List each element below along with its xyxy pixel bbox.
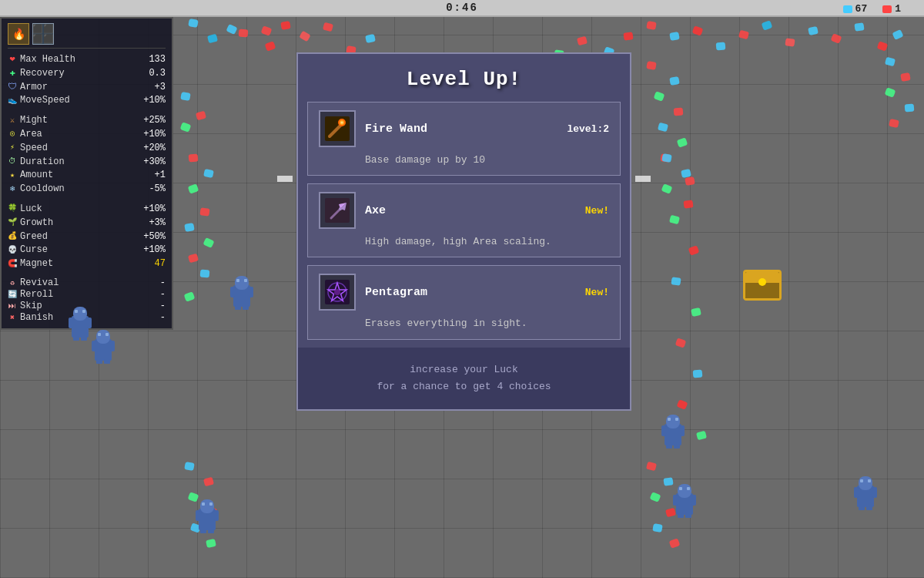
armor-icon: 🛡 <box>8 82 17 92</box>
action-revival-value: - <box>131 277 166 288</box>
axe-badge: New! <box>585 205 609 217</box>
stat-greed-label: Greed <box>20 230 131 244</box>
enemy-2 <box>89 324 118 368</box>
choice-axe-header: Axe New! <box>319 192 609 229</box>
svg-rect-47 <box>866 506 872 510</box>
axe-title: Axe <box>365 204 585 217</box>
stat-max-health-label: Max Health <box>20 53 131 66</box>
svg-rect-15 <box>104 359 110 364</box>
luck-icon: 🍀 <box>8 204 17 213</box>
luck-footer-line2: for a chance to get 4 choices <box>306 378 622 395</box>
stat-movespeed: 👟 MoveSpeed +10% <box>8 94 166 107</box>
curse-icon: 💀 <box>8 246 17 255</box>
stats-icons-row: 🔥 ⬛⬛⬛⬛ <box>8 23 166 49</box>
stat-recovery-value: 0.3 <box>131 67 166 80</box>
stat-speed-value: +20% <box>131 142 166 155</box>
fire-wand-title: Fire Wand <box>365 123 567 136</box>
svg-rect-26 <box>668 418 671 421</box>
stat-max-health-value: 133 <box>131 53 166 66</box>
pentagram-desc: Erases everything in sight. <box>319 317 609 331</box>
svg-rect-38 <box>678 513 684 518</box>
stat-might-label: Might <box>20 114 131 127</box>
choice-fire-wand[interactable]: Fire Wand level:2 Base damage up by 10 <box>307 102 621 176</box>
stat-curse: 💀 Curse +10% <box>8 244 166 257</box>
stat-curse-value: +10% <box>131 244 166 257</box>
treasure-chest <box>743 270 782 301</box>
stat-magnet: 🧲 Magnet 47 <box>8 257 166 271</box>
stat-growth-label: Growth <box>20 217 131 230</box>
svg-rect-54 <box>235 305 241 310</box>
svg-rect-23 <box>208 529 214 533</box>
svg-rect-34 <box>679 487 682 490</box>
stat-recovery: ✚ Recovery 0.3 <box>8 67 166 80</box>
stat-growth: 🌱 Growth +3% <box>8 217 166 230</box>
svg-rect-41 <box>859 476 872 490</box>
enemy-4 <box>658 408 688 452</box>
svg-rect-46 <box>859 506 865 510</box>
stat-cooldown-value: -5% <box>131 183 166 196</box>
svg-rect-37 <box>691 495 696 506</box>
stat-speed: ⚡ Speed +20% <box>8 142 166 155</box>
enemy-6 <box>851 470 880 514</box>
stat-greed: 💰 Greed +50% <box>8 230 166 244</box>
svg-rect-25 <box>666 415 680 428</box>
stat-duration-label: Duration <box>20 156 131 169</box>
svg-rect-53 <box>249 287 253 297</box>
might-icon: ⚔ <box>8 116 17 126</box>
stat-might: ⚔ Might +25% <box>8 114 166 127</box>
stat-greed-value: +50% <box>131 230 166 244</box>
svg-rect-33 <box>678 484 691 498</box>
skip-icon: ⏭ <box>8 301 17 311</box>
enemy-7 <box>227 270 256 314</box>
svg-rect-52 <box>230 287 235 297</box>
stat-area: ◎ Area +10% <box>8 128 166 141</box>
svg-rect-3 <box>82 310 85 313</box>
svg-rect-11 <box>105 333 109 336</box>
svg-rect-10 <box>98 333 101 336</box>
stat-recovery-label: Recovery <box>20 67 131 80</box>
svg-rect-12 <box>92 341 96 351</box>
axe-desc: High damage, high Area scaling. <box>319 235 609 249</box>
svg-point-60 <box>341 122 343 124</box>
fire-wand-desc: Base damage up by 10 <box>319 153 609 167</box>
stat-luck: 🍀 Luck +10% <box>8 203 166 216</box>
stat-luck-value: +10% <box>131 203 166 216</box>
svg-rect-21 <box>214 510 219 521</box>
level-up-modal: Level Up! Fire Wand level:2 Base damage … <box>296 52 631 411</box>
area-icon: ◎ <box>8 129 17 139</box>
svg-rect-50 <box>236 279 239 282</box>
svg-rect-22 <box>200 529 206 533</box>
svg-rect-29 <box>680 425 685 436</box>
svg-rect-55 <box>243 305 249 310</box>
stat-area-value: +10% <box>131 128 166 141</box>
svg-rect-39 <box>685 513 691 518</box>
svg-rect-18 <box>202 502 205 506</box>
stat-max-health: ❤ Max Health 133 <box>8 53 166 66</box>
choice-pentagram[interactable]: Pentagram New! Erases everything in sigh… <box>307 265 621 339</box>
action-banish-value: - <box>131 312 166 323</box>
banish-icon: ✖ <box>8 313 17 322</box>
item-icon-2: ⬛⬛⬛⬛ <box>32 23 54 45</box>
action-revival: ♻ Revival - <box>8 277 166 288</box>
item-icon-1: 🔥 <box>8 23 29 45</box>
movespeed-icon: 👟 <box>8 96 17 106</box>
svg-rect-44 <box>854 487 859 498</box>
svg-rect-28 <box>661 425 666 436</box>
stat-armor-label: Armor <box>20 81 131 94</box>
svg-rect-35 <box>687 487 690 490</box>
enemy-3 <box>192 493 222 537</box>
stats-panel: 🔥 ⬛⬛⬛⬛ ❤ Max Health 133 ✚ Recovery 0.3 🛡… <box>0 17 173 330</box>
stat-magnet-label: Magnet <box>20 257 131 271</box>
svg-rect-51 <box>244 279 247 282</box>
svg-rect-45 <box>872 487 877 498</box>
svg-rect-19 <box>209 502 213 506</box>
stat-movespeed-label: MoveSpeed <box>20 94 131 107</box>
choice-axe[interactable]: Axe New! High damage, high Area scaling. <box>307 183 621 257</box>
fire-wand-badge: level:2 <box>567 123 609 135</box>
svg-rect-20 <box>196 510 200 521</box>
currency-display: 67 1 <box>843 3 901 15</box>
stat-curse-label: Curse <box>20 244 131 257</box>
luck-footer-line1: increase your Luck <box>306 361 622 378</box>
pentagram-title: Pentagram <box>365 286 585 299</box>
svg-point-63 <box>339 207 342 210</box>
